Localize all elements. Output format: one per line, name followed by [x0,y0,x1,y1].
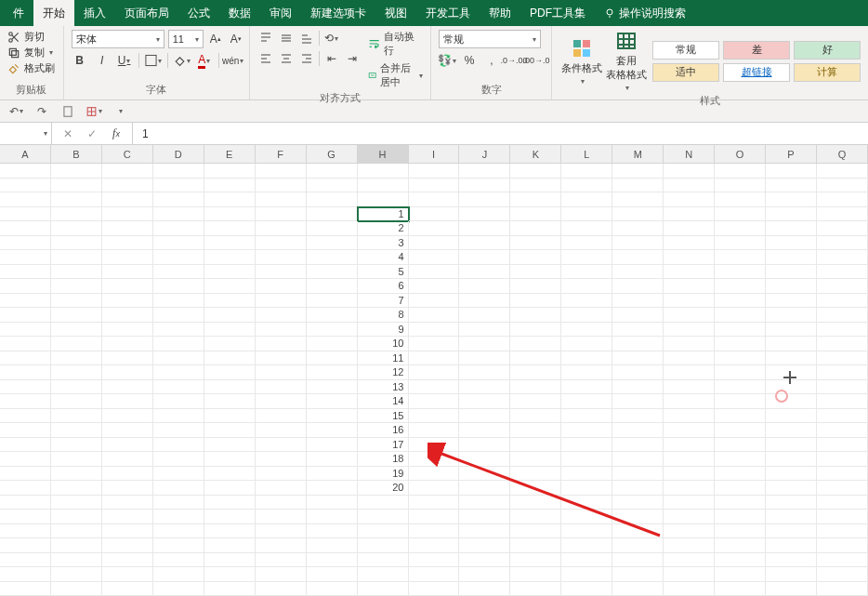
cell[interactable] [715,380,766,395]
border-button[interactable]: ▾ [145,52,162,69]
cell[interactable] [612,221,664,236]
style-bad[interactable]: 差 [723,41,790,60]
cell[interactable] [153,337,204,351]
cell[interactable] [817,279,868,294]
cell[interactable] [612,279,664,294]
cell[interactable] [51,250,102,265]
cell[interactable] [510,438,561,453]
align-bottom-button[interactable] [298,30,315,46]
cell[interactable] [51,236,102,251]
cell[interactable] [459,164,510,179]
cell[interactable] [510,510,561,524]
cell[interactable] [664,250,715,265]
cell[interactable] [612,192,664,207]
cell[interactable] [409,510,460,524]
decrease-decimal-button[interactable]: .00→.0 [528,52,545,69]
cell[interactable]: 3 [358,236,409,251]
cell[interactable] [664,553,715,568]
font-color-button[interactable]: A▾ [196,52,213,69]
table-row[interactable]: 19 [0,467,868,482]
cell[interactable] [612,294,664,309]
cell[interactable] [510,308,561,323]
cell[interactable] [204,294,256,309]
cell[interactable] [256,553,307,568]
cell[interactable] [307,438,358,453]
cell[interactable] [0,164,51,179]
cell[interactable] [358,567,409,582]
cell[interactable] [561,510,612,524]
cell[interactable] [510,221,561,236]
cell[interactable] [510,380,561,395]
cell[interactable] [766,164,817,179]
cell[interactable] [409,265,460,280]
cell[interactable] [102,567,153,582]
cell[interactable] [817,221,868,236]
cell[interactable] [256,438,307,453]
cell[interactable] [51,380,102,395]
cell[interactable] [102,553,153,568]
table-row[interactable]: 6 [0,279,868,294]
cell[interactable] [153,207,204,222]
cell[interactable] [307,510,358,524]
cell[interactable] [102,510,153,524]
cell[interactable] [307,567,358,582]
cell[interactable] [102,236,153,251]
cell[interactable] [561,236,612,251]
cell[interactable] [664,524,715,539]
cell[interactable] [612,236,664,251]
undo-button[interactable]: ↶▾ [7,103,24,120]
cell[interactable] [256,279,307,294]
orientation-button[interactable]: ⟲▾ [323,30,340,46]
cell[interactable] [256,582,307,597]
cell[interactable] [307,294,358,309]
cell[interactable] [715,467,766,482]
bold-button[interactable]: B [72,52,88,69]
cell[interactable] [817,236,868,251]
cell[interactable] [307,179,358,193]
cell[interactable] [153,510,204,524]
cell[interactable] [102,524,153,539]
cell[interactable] [51,510,102,524]
cell[interactable] [612,538,664,553]
cell[interactable] [561,538,612,553]
cell[interactable] [307,409,358,424]
cell[interactable] [459,351,510,366]
cell[interactable] [51,351,102,366]
cell[interactable] [256,207,307,222]
cell[interactable] [204,510,256,524]
cell[interactable] [409,179,460,193]
cell[interactable] [459,221,510,236]
cell[interactable] [204,524,256,539]
formula-input[interactable]: 1 [133,127,158,140]
cell[interactable] [459,294,510,309]
cell[interactable] [102,179,153,193]
cell[interactable] [817,337,868,351]
cell[interactable] [766,250,817,265]
cell[interactable] [817,179,868,193]
cell[interactable] [817,481,868,496]
name-box[interactable]: ▾ [0,123,52,144]
cell[interactable] [510,236,561,251]
cell[interactable] [204,423,256,438]
table-row[interactable]: 5 [0,265,868,280]
cell[interactable] [510,192,561,207]
cell[interactable] [0,409,51,424]
tab-help[interactable]: 帮助 [480,0,520,26]
cell[interactable] [204,207,256,222]
cell[interactable] [153,365,204,380]
cell[interactable] [102,409,153,424]
cell[interactable] [766,308,817,323]
cell[interactable] [459,365,510,380]
cell[interactable] [561,582,612,597]
cell[interactable] [0,394,51,409]
cell[interactable] [256,394,307,409]
cell[interactable] [664,323,715,338]
cell[interactable] [510,365,561,380]
cell[interactable] [612,467,664,482]
cell[interactable] [459,467,510,482]
cell[interactable] [561,323,612,338]
cell[interactable] [664,179,715,193]
wrap-text-button[interactable]: 自动换行 [368,30,423,58]
cell[interactable] [307,164,358,179]
cell[interactable] [664,192,715,207]
